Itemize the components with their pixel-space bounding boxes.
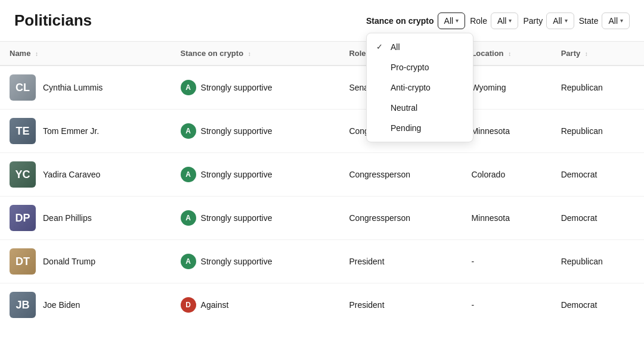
table-row[interactable]: DP Dean Phillips A Strongly supportive C…	[0, 197, 644, 240]
cell-location-2: Colorado	[462, 153, 551, 197]
page-title: Politicians	[14, 11, 92, 30]
cell-stance-1: A Strongly supportive	[171, 110, 340, 153]
avatar-2: YC	[10, 161, 36, 188]
cell-stance-4: A Strongly supportive	[171, 240, 340, 283]
party-filter-group: Party All ▾	[523, 13, 574, 29]
cell-location-5: -	[462, 283, 551, 327]
cell-party-1: Republican	[552, 110, 644, 153]
table-header-row: Name ↕ Stance on crypto ↕ Role Location …	[0, 42, 644, 66]
dropdown-item-pending[interactable]: Pending	[367, 118, 473, 138]
cell-party-4: Republican	[552, 240, 644, 283]
dropdown-item-label: All	[391, 42, 400, 52]
cell-name-5: JB Joe Biden	[0, 283, 171, 327]
dropdown-item-label: Pro-crypto	[391, 63, 429, 72]
cell-stance-0: A Strongly supportive	[171, 66, 340, 110]
table-row[interactable]: TE Tom Emmer Jr. A Strongly supportive C…	[0, 110, 644, 153]
avatar-4: DT	[10, 248, 36, 275]
cell-role-2: Congressperson	[339, 153, 462, 197]
dropdown-item-label: Anti-crypto	[391, 83, 431, 92]
name-cell-4: DT Donald Trump	[10, 248, 162, 275]
stance-badge-5: D	[181, 297, 196, 313]
party-filter-label: Party	[523, 16, 543, 26]
politician-name-0: Cynthia Lummis	[43, 83, 103, 92]
party-chevron-icon: ▾	[565, 17, 568, 24]
dropdown-item-all[interactable]: ✓ All	[367, 37, 473, 57]
stance-badge-3: A	[181, 210, 196, 226]
cell-name-1: TE Tom Emmer Jr.	[0, 110, 171, 153]
cell-stance-2: A Strongly supportive	[171, 153, 340, 197]
cell-location-3: Minnesota	[462, 197, 551, 240]
cell-name-3: DP Dean Phillips	[0, 197, 171, 240]
name-cell-1: TE Tom Emmer Jr.	[10, 118, 162, 144]
stance-text-4: Strongly supportive	[201, 257, 273, 266]
cell-location-1: Minnesota	[462, 110, 551, 153]
avatar-1: TE	[10, 118, 36, 144]
stance-chevron-icon: ▾	[456, 17, 459, 24]
stance-cell-4: A Strongly supportive	[181, 254, 330, 269]
state-chevron-icon: ▾	[620, 17, 623, 24]
col-stance[interactable]: Stance on crypto ↕	[171, 42, 340, 66]
cell-party-2: Democrat	[552, 153, 644, 197]
cell-party-0: Republican	[552, 66, 644, 110]
dropdown-item-neutral[interactable]: Neutral	[367, 98, 473, 118]
stance-cell-0: A Strongly supportive	[181, 80, 330, 95]
col-party[interactable]: Party ↕	[552, 42, 644, 66]
politician-name-5: Joe Biden	[43, 300, 80, 310]
stance-filter-value: All	[444, 16, 454, 26]
stance-dropdown: ✓ All Pro-crypto Anti-crypto Neutral	[366, 33, 473, 142]
dropdown-item-pro-crypto[interactable]: Pro-crypto	[367, 57, 473, 77]
check-icon: ✓	[376, 42, 386, 51]
col-location[interactable]: Location ↕	[462, 42, 551, 66]
avatar-3: DP	[10, 205, 36, 231]
role-filter-button[interactable]: All ▾	[491, 13, 519, 29]
stance-text-0: Strongly supportive	[201, 83, 273, 92]
table-row[interactable]: YC Yadira Caraveo A Strongly supportive …	[0, 153, 644, 197]
cell-stance-5: D Against	[171, 283, 340, 327]
politicians-table: Name ↕ Stance on crypto ↕ Role Location …	[0, 42, 644, 326]
stance-cell-5: D Against	[181, 297, 330, 313]
state-filter-button[interactable]: All ▾	[602, 13, 630, 29]
stance-text-1: Strongly supportive	[201, 126, 273, 136]
stance-badge-4: A	[181, 254, 196, 269]
stance-badge-0: A	[181, 80, 196, 95]
stance-sort-icon: ↕	[248, 51, 251, 57]
politician-name-3: Dean Phillips	[43, 213, 92, 223]
cell-stance-3: A Strongly supportive	[171, 197, 340, 240]
stance-cell-2: A Strongly supportive	[181, 167, 330, 182]
col-name[interactable]: Name ↕	[0, 42, 171, 66]
role-filter-group: Role All ▾	[470, 13, 518, 29]
name-sort-icon: ↕	[35, 51, 38, 57]
state-filter-value: All	[608, 16, 618, 26]
party-sort-icon: ↕	[585, 51, 588, 57]
cell-party-3: Democrat	[552, 197, 644, 240]
role-filter-label: Role	[470, 16, 487, 26]
page-header: Politicians Stance on crypto All ▾ ✓ All…	[0, 0, 644, 42]
dropdown-item-label: Pending	[391, 123, 421, 133]
dropdown-item-label: Neutral	[391, 103, 417, 113]
table-row[interactable]: DT Donald Trump A Strongly supportive Pr…	[0, 240, 644, 283]
cell-name-0: CL Cynthia Lummis	[0, 66, 171, 110]
state-filter-group: State All ▾	[579, 13, 630, 29]
stance-text-3: Strongly supportive	[201, 213, 273, 223]
cell-role-3: Congressperson	[339, 197, 462, 240]
name-cell-2: YC Yadira Caraveo	[10, 161, 162, 188]
dropdown-item-anti-crypto[interactable]: Anti-crypto	[367, 77, 473, 98]
party-filter-value: All	[553, 16, 562, 26]
table-row[interactable]: CL Cynthia Lummis A Strongly supportive …	[0, 66, 644, 110]
cell-role-4: President	[339, 240, 462, 283]
name-cell-3: DP Dean Phillips	[10, 205, 162, 231]
role-chevron-icon: ▾	[509, 17, 512, 24]
table-row[interactable]: JB Joe Biden D Against President - Democ…	[0, 283, 644, 327]
avatar-0: CL	[10, 74, 36, 101]
stance-badge-1: A	[181, 123, 196, 139]
cell-name-4: DT Donald Trump	[0, 240, 171, 283]
cell-role-5: President	[339, 283, 462, 327]
party-filter-button[interactable]: All ▾	[546, 13, 574, 29]
stance-cell-3: A Strongly supportive	[181, 210, 330, 226]
name-cell-0: CL Cynthia Lummis	[10, 74, 162, 101]
cell-party-5: Democrat	[552, 283, 644, 327]
role-filter-value: All	[497, 16, 507, 26]
stance-filter-group: Stance on crypto All ▾ ✓ All Pro-crypto …	[366, 13, 465, 29]
location-sort-icon: ↕	[508, 51, 511, 57]
stance-filter-button[interactable]: All ▾	[438, 13, 466, 29]
